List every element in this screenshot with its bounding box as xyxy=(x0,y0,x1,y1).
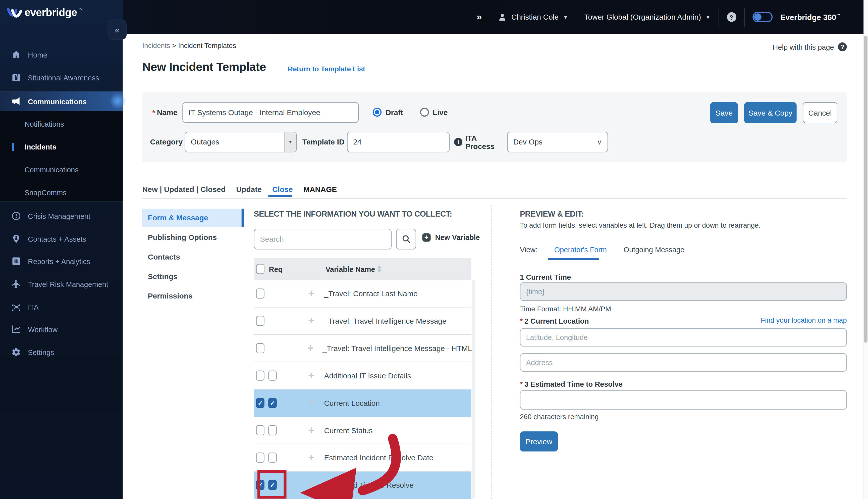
tab-outgoing-message[interactable]: Outgoing Message xyxy=(624,245,684,254)
sidebar: everbridge ™ Home Situational Awareness … xyxy=(0,0,123,499)
subnav-form-message[interactable]: Form & Message xyxy=(142,209,244,227)
tab-manage[interactable]: MANAGE xyxy=(303,185,337,193)
plus-icon: + xyxy=(422,233,431,242)
sidebar-item-reports-analytics[interactable]: Reports + Analytics xyxy=(0,250,123,272)
select-checkbox[interactable] xyxy=(256,425,264,435)
everbridge-logo-icon xyxy=(7,7,22,21)
new-variable-button[interactable]: + New Variable xyxy=(422,233,480,242)
app-window: » Christian Cole ▼ Tower Global (Organiz… xyxy=(0,0,868,499)
select-checkbox[interactable] xyxy=(256,452,264,463)
select-checkbox[interactable] xyxy=(256,289,264,299)
req-checkbox[interactable] xyxy=(268,425,276,435)
drag-handle-icon[interactable]: + xyxy=(307,342,314,354)
ita-process-label: ITA Process xyxy=(465,134,503,150)
variable-name: Additional IT Issue Details xyxy=(324,372,411,380)
tab-close[interactable]: Close xyxy=(272,185,293,193)
product-name: Everbridge 360™ xyxy=(780,13,840,22)
ita-process-select[interactable]: Dev Ops ∨ xyxy=(507,132,608,152)
everbridge-logo[interactable]: everbridge ™ xyxy=(7,7,83,21)
help-with-page-link[interactable]: Help with this page ? xyxy=(773,42,847,51)
expand-nav-icon[interactable]: » xyxy=(476,12,481,23)
search-button[interactable] xyxy=(396,229,416,250)
sidebar-item-incidents[interactable]: Incidents xyxy=(0,136,123,158)
subnav-permissions[interactable]: Permissions xyxy=(142,288,244,304)
view-switcher: View: Operator's Form Outgoing Message xyxy=(520,245,684,254)
template-id-input[interactable] xyxy=(347,132,450,152)
breadcrumb-incidents[interactable]: Incidents xyxy=(142,42,170,50)
chevron-down-icon: ▼ xyxy=(706,14,710,20)
sidebar-item-communications[interactable]: Communications xyxy=(0,92,123,112)
draft-radio[interactable] xyxy=(373,108,382,117)
organization-name: Tower Global (Organization Admin) xyxy=(584,13,701,21)
req-checkbox[interactable] xyxy=(268,370,276,381)
subnav-publishing-options[interactable]: Publishing Options xyxy=(142,229,244,246)
breadcrumb-separator: > xyxy=(172,42,178,50)
sidebar-item-situational-awareness[interactable]: Situational Awareness xyxy=(0,66,123,89)
save-and-copy-button[interactable]: Save & Copy xyxy=(744,102,797,123)
tab-update[interactable]: Update xyxy=(236,185,262,193)
tab-operators-form[interactable]: Operator's Form xyxy=(554,245,607,254)
sidebar-item-notifications[interactable]: Notifications xyxy=(0,113,123,135)
collapse-sidebar-button[interactable]: « xyxy=(108,20,126,39)
sidebar-item-ita[interactable]: ITA xyxy=(0,296,123,318)
drag-handle-icon[interactable]: + xyxy=(307,369,315,382)
divider xyxy=(718,8,719,27)
variable-list-scrollbar-track[interactable] xyxy=(472,280,475,499)
address-input[interactable] xyxy=(520,353,847,372)
current-time-input xyxy=(520,282,847,301)
drag-handle-icon[interactable]: + xyxy=(307,288,315,300)
divider xyxy=(244,200,244,314)
sort-icon[interactable] xyxy=(377,266,382,272)
variable-name: Current Status xyxy=(324,426,372,435)
template-name-input[interactable] xyxy=(182,102,359,122)
select-checkbox[interactable] xyxy=(256,343,264,353)
category-select[interactable]: Outages ▼ xyxy=(185,132,297,152)
select-all-checkbox[interactable] xyxy=(256,264,264,274)
drag-handle-icon[interactable]: + xyxy=(307,397,315,409)
sidebar-item-travel-risk[interactable]: Travel Risk Management xyxy=(0,273,123,295)
sidebar-item-crisis-management[interactable]: Crisis Management xyxy=(0,205,123,227)
sidebar-item-workflow[interactable]: Workflow xyxy=(0,318,123,340)
select-checkbox[interactable] xyxy=(256,480,264,490)
drag-handle-icon[interactable]: + xyxy=(307,424,315,436)
table-row: + _Travel: Travel Intelligence Message -… xyxy=(254,335,471,362)
characters-remaining: 260 characters remaining xyxy=(520,413,598,421)
sidebar-item-snapcomms[interactable]: SnapComms xyxy=(0,181,123,204)
current-location-label: *2 Current Location xyxy=(520,317,589,325)
page-scrollbar-thumb[interactable] xyxy=(864,36,867,343)
drag-handle-icon[interactable]: + xyxy=(307,451,315,464)
preview-heading: PREVIEW & EDIT: xyxy=(520,209,584,218)
select-checkbox[interactable] xyxy=(256,316,264,326)
user-menu[interactable]: Christian Cole ▼ xyxy=(497,12,568,22)
help-icon: ? xyxy=(838,42,847,51)
req-checkbox[interactable] xyxy=(268,452,276,463)
organization-menu[interactable]: Tower Global (Organization Admin) ▼ xyxy=(584,13,710,21)
sidebar-item-communications-sub[interactable]: Communications xyxy=(0,159,123,181)
subnav-settings[interactable]: Settings xyxy=(142,268,244,285)
live-radio[interactable] xyxy=(420,108,429,117)
cancel-button[interactable]: Cancel xyxy=(803,102,838,123)
table-row: + _Travel: Contact Last Name xyxy=(254,280,471,307)
search-input[interactable] xyxy=(254,229,392,250)
everbridge-360-toggle[interactable] xyxy=(752,12,772,22)
subnav-contacts[interactable]: Contacts xyxy=(142,248,244,265)
req-checkbox[interactable] xyxy=(268,398,276,408)
drag-handle-icon[interactable]: + xyxy=(307,315,315,327)
select-checkbox[interactable] xyxy=(256,398,264,408)
req-checkbox[interactable] xyxy=(268,480,276,490)
find-location-map-link[interactable]: Find your location on a map xyxy=(761,316,847,324)
sidebar-item-home[interactable]: Home xyxy=(0,44,123,66)
sidebar-item-settings[interactable]: Settings xyxy=(0,341,123,363)
sidebar-item-contacts-assets[interactable]: Contacts + Assets xyxy=(0,228,123,250)
help-icon[interactable]: ? xyxy=(727,12,736,22)
tab-new-updated-closed[interactable]: New | Updated | Closed xyxy=(142,185,225,193)
gear-icon xyxy=(11,347,21,357)
save-button[interactable]: Save xyxy=(710,102,738,123)
estimated-time-input[interactable] xyxy=(520,390,847,410)
return-to-template-list-link[interactable]: Return to Template List xyxy=(288,65,365,73)
variable-name-column-header[interactable]: Variable Name xyxy=(325,265,375,273)
drag-handle-icon[interactable]: + xyxy=(307,479,315,491)
latitude-longitude-input[interactable] xyxy=(520,328,847,346)
preview-button[interactable]: Preview xyxy=(520,431,558,451)
select-checkbox[interactable] xyxy=(256,370,264,381)
